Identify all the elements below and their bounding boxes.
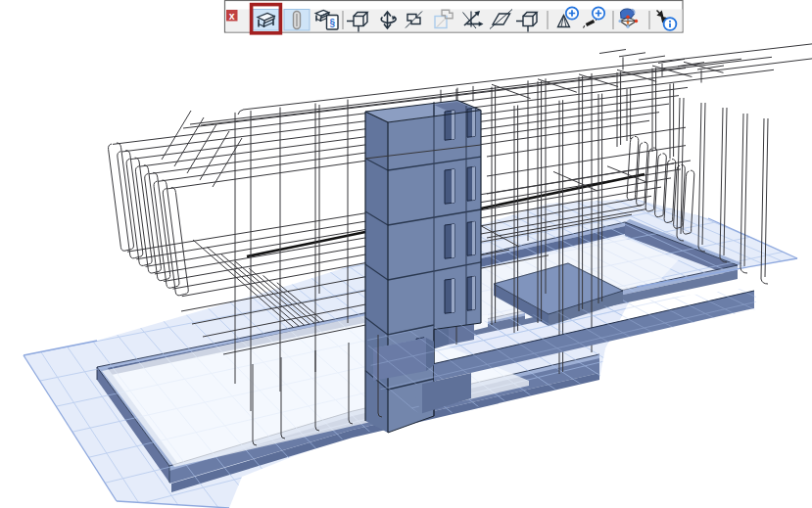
svg-text:§: §	[329, 18, 335, 28]
svg-text:x: x	[229, 10, 235, 22]
